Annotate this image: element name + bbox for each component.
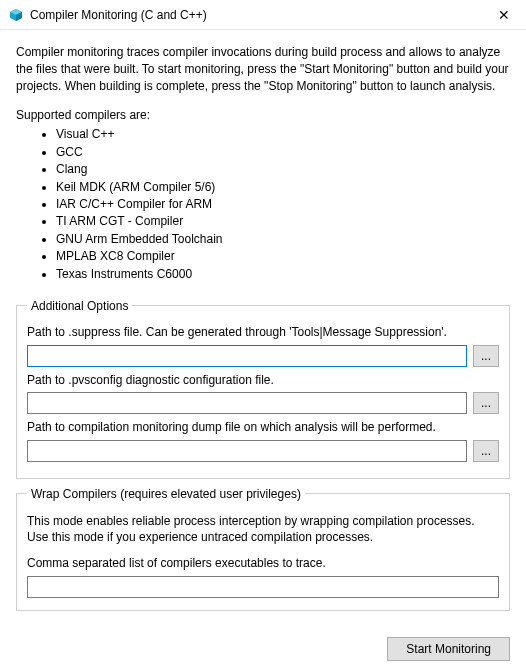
titlebar: Compiler Monitoring (C and C++) ✕ <box>0 0 526 30</box>
dialog-footer: Start Monitoring <box>0 631 526 661</box>
list-item: Keil MDK (ARM Compiler 5/6) <box>56 179 510 196</box>
additional-options-group: Additional Options Path to .suppress fil… <box>16 299 510 479</box>
list-item: Texas Instruments C6000 <box>56 266 510 283</box>
dialog-content: Compiler monitoring traces compiler invo… <box>0 30 526 631</box>
ellipsis-icon: ... <box>481 445 491 457</box>
list-item: GCC <box>56 144 510 161</box>
start-monitoring-button[interactable]: Start Monitoring <box>387 637 510 661</box>
dump-file-input[interactable] <box>27 440 467 462</box>
pvsconfig-file-input[interactable] <box>27 392 467 414</box>
compiler-list: Visual C++ GCC Clang Keil MDK (ARM Compi… <box>16 126 510 283</box>
supported-compilers-label: Supported compilers are: <box>16 108 510 122</box>
suppress-browse-button[interactable]: ... <box>473 345 499 367</box>
ellipsis-icon: ... <box>481 350 491 362</box>
wrap-list-label: Comma separated list of compilers execut… <box>27 556 499 572</box>
additional-options-legend: Additional Options <box>27 299 132 313</box>
suppress-file-input[interactable] <box>27 345 467 367</box>
pvsconfig-file-label: Path to .pvsconfig diagnostic configurat… <box>27 373 499 389</box>
list-item: MPLAB XC8 Compiler <box>56 248 510 265</box>
list-item: IAR C/C++ Compiler for ARM <box>56 196 510 213</box>
close-button[interactable]: ✕ <box>481 0 526 30</box>
ellipsis-icon: ... <box>481 397 491 409</box>
pvsconfig-browse-button[interactable]: ... <box>473 392 499 414</box>
wrap-compilers-description: This mode enables reliable process inter… <box>27 513 499 547</box>
window-title: Compiler Monitoring (C and C++) <box>30 8 481 22</box>
list-item: Visual C++ <box>56 126 510 143</box>
dump-file-label: Path to compilation monitoring dump file… <box>27 420 499 436</box>
suppress-file-label: Path to .suppress file. Can be generated… <box>27 325 499 341</box>
app-icon <box>8 7 24 23</box>
list-item: Clang <box>56 161 510 178</box>
wrap-list-input[interactable] <box>27 576 499 598</box>
wrap-compilers-legend: Wrap Compilers (requires elevated user p… <box>27 487 305 501</box>
wrap-compilers-group: Wrap Compilers (requires elevated user p… <box>16 487 510 611</box>
list-item: TI ARM CGT - Compiler <box>56 213 510 230</box>
close-icon: ✕ <box>498 8 510 22</box>
intro-text: Compiler monitoring traces compiler invo… <box>16 44 510 94</box>
list-item: GNU Arm Embedded Toolchain <box>56 231 510 248</box>
dump-browse-button[interactable]: ... <box>473 440 499 462</box>
